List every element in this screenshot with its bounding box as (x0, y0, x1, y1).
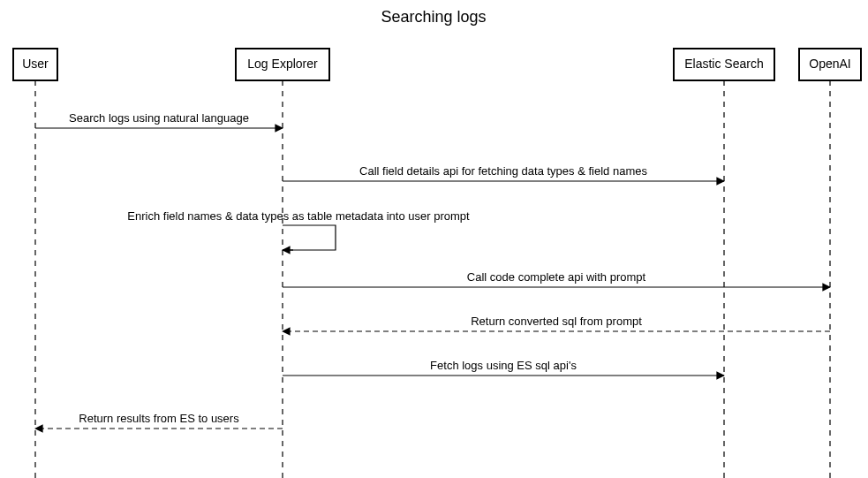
actor-log-explorer-label: Log Explorer (247, 57, 318, 71)
message-m6: Fetch logs using ES sql api's (283, 359, 724, 376)
actor-log-explorer: Log Explorer (236, 49, 329, 478)
message-m2-label: Call field details api for fetching data… (359, 164, 647, 178)
actor-openai-label: OpenAI (809, 57, 850, 71)
message-m5-label: Return converted sql from prompt (471, 315, 642, 328)
message-m7: Return results from ES to users (35, 412, 283, 429)
actor-user: User (13, 49, 57, 478)
actor-openai: OpenAI (799, 49, 861, 478)
message-m1-label: Search logs using natural language (69, 111, 249, 125)
message-m1: Search logs using natural language (35, 111, 283, 128)
sequence-diagram: Searching logs User Log Explorer Elastic… (0, 0, 868, 478)
message-m7-label: Return results from ES to users (79, 412, 239, 425)
message-m6-label: Fetch logs using ES sql api's (430, 359, 577, 372)
actor-elastic-search-label: Elastic Search (684, 57, 763, 71)
message-m4: Call code complete api with prompt (283, 270, 830, 287)
message-m3-label: Enrich field names & data types as table… (127, 209, 470, 223)
message-m2: Call field details api for fetching data… (283, 164, 724, 181)
message-m3: Enrich field names & data types as table… (127, 209, 470, 250)
actor-elastic-search: Elastic Search (674, 49, 774, 478)
diagram-title: Searching logs (381, 8, 486, 26)
message-m4-label: Call code complete api with prompt (467, 270, 646, 284)
actor-user-label: User (22, 57, 49, 71)
message-m5: Return converted sql from prompt (283, 315, 830, 331)
